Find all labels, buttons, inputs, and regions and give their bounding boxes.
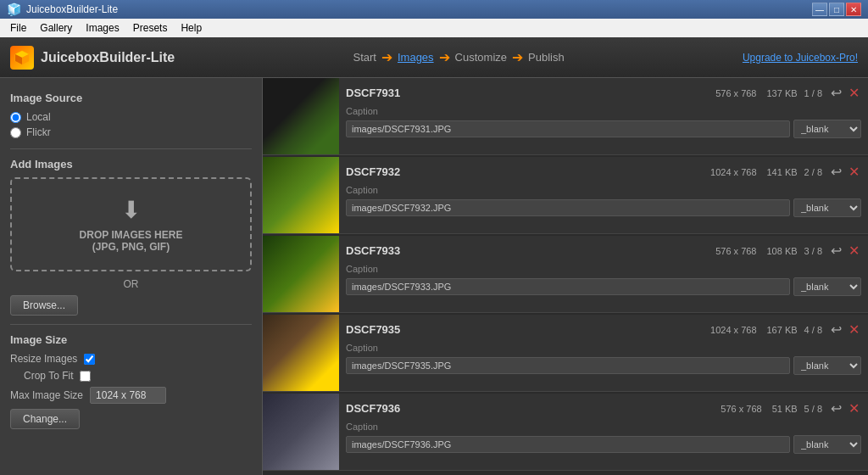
rotate-button[interactable]: ↩ [829, 241, 843, 260]
nav-arrow-1: ➔ [381, 49, 392, 65]
close-button[interactable]: ✕ [846, 3, 861, 16]
remove-button[interactable]: ✕ [847, 83, 861, 103]
resize-label: Resize Images [10, 353, 77, 365]
title-bar-text: JuiceboxBuilder-Lite [26, 3, 118, 15]
image-size: 108 KB [767, 246, 798, 256]
image-meta: 576 x 768 108 KB [715, 246, 797, 256]
nav-customize[interactable]: Customize [455, 51, 507, 64]
crop-checkbox[interactable] [80, 371, 91, 382]
window-controls: — □ ✕ [812, 3, 861, 16]
image-actions: ↩ ✕ [829, 399, 861, 418]
menu-help[interactable]: Help [174, 20, 209, 36]
image-top-row: DSCF7933 576 x 768 108 KB 3 / 8 ↩ ✕ [346, 241, 861, 260]
target-select[interactable]: _blank_self_parent_top [793, 277, 861, 296]
max-size-input[interactable] [90, 387, 166, 404]
target-select[interactable]: _blank_self_parent_top [793, 198, 861, 217]
target-select[interactable]: _blank_self_parent_top [793, 120, 861, 138]
caption-label: Caption [346, 106, 861, 116]
url-row: _blank_self_parent_top [346, 120, 861, 138]
browse-button[interactable]: Browse... [10, 295, 78, 316]
local-label: Local [26, 111, 51, 123]
minimize-button[interactable]: — [812, 3, 827, 16]
nav-arrow-2: ➔ [439, 49, 450, 65]
url-input[interactable] [346, 436, 790, 453]
image-row: DSCF7936 576 x 768 51 KB 5 / 8 ↩ ✕ Capti… [263, 394, 868, 471]
drop-icon: ⬇ [29, 196, 233, 224]
add-images-title: Add Images [10, 158, 252, 170]
image-details: DSCF7936 576 x 768 51 KB 5 / 8 ↩ ✕ Capti… [339, 394, 868, 470]
nav-start[interactable]: Start [353, 51, 376, 64]
url-input[interactable] [346, 278, 790, 295]
resize-row: Resize Images [10, 353, 252, 365]
drop-zone[interactable]: ⬇ DROP IMAGES HERE(JPG, PNG, GIF) [10, 177, 252, 271]
rotate-button[interactable]: ↩ [829, 320, 843, 339]
flickr-label: Flickr [26, 126, 51, 138]
image-thumb [263, 157, 339, 233]
rotate-button[interactable]: ↩ [829, 399, 843, 418]
separator-2 [10, 324, 252, 325]
logo-text: JuiceboxBuilder-Lite [41, 50, 175, 65]
image-counter: 2 / 8 [804, 167, 822, 177]
separator-1 [10, 148, 252, 149]
caption-label: Caption [346, 185, 861, 195]
target-select[interactable]: _blank_self_parent_top [793, 356, 861, 375]
image-details: DSCF7935 1024 x 768 167 KB 4 / 8 ↩ ✕ Cap… [339, 315, 868, 391]
caption-label: Caption [346, 422, 861, 432]
image-dimensions: 1024 x 768 [710, 167, 756, 177]
menu-presets[interactable]: Presets [126, 20, 175, 36]
image-top-row: DSCF7931 576 x 768 137 KB 1 / 8 ↩ ✕ [346, 83, 861, 103]
menu-images[interactable]: Images [79, 20, 125, 36]
image-size-title: Image Size [10, 333, 252, 346]
remove-button[interactable]: ✕ [847, 162, 861, 182]
url-row: _blank_self_parent_top [346, 356, 861, 375]
logo-area: JuiceboxBuilder-Lite [10, 46, 175, 70]
image-name: DSCF7933 [346, 244, 709, 257]
remove-button[interactable]: ✕ [847, 320, 861, 339]
image-size: 141 KB [767, 167, 798, 177]
url-input[interactable] [346, 199, 790, 216]
max-size-label: Max Image Size [10, 389, 83, 401]
image-size: 137 KB [767, 88, 798, 98]
image-name: DSCF7936 [346, 402, 714, 415]
local-radio[interactable] [10, 112, 21, 123]
image-actions: ↩ ✕ [829, 162, 861, 182]
image-actions: ↩ ✕ [829, 83, 861, 103]
main-layout: Image Source Local Flickr Add Images ⬇ D… [0, 78, 868, 475]
resize-checkbox[interactable] [84, 354, 95, 365]
flickr-radio[interactable] [10, 127, 21, 138]
nav-images[interactable]: Images [398, 51, 434, 64]
thumb-image [263, 78, 339, 154]
image-source-title: Image Source [10, 92, 252, 104]
maximize-button[interactable]: □ [829, 3, 844, 16]
image-counter: 4 / 8 [804, 325, 822, 335]
rotate-button[interactable]: ↩ [829, 162, 843, 182]
image-name: DSCF7932 [346, 165, 704, 178]
thumb-image [263, 394, 339, 470]
url-input[interactable] [346, 357, 790, 374]
menu-file[interactable]: File [3, 20, 33, 36]
flickr-radio-item[interactable]: Flickr [10, 126, 252, 138]
nav-arrow-3: ➔ [512, 49, 523, 65]
local-radio-item[interactable]: Local [10, 111, 252, 123]
drop-text: DROP IMAGES HERE(JPG, PNG, GIF) [29, 229, 233, 253]
target-select[interactable]: _blank_self_parent_top [793, 435, 861, 454]
image-row: DSCF7932 1024 x 768 141 KB 2 / 8 ↩ ✕ Cap… [263, 157, 868, 234]
rotate-button[interactable]: ↩ [829, 83, 843, 103]
remove-button[interactable]: ✕ [847, 399, 861, 418]
change-button[interactable]: Change... [10, 409, 80, 429]
menu-gallery[interactable]: Gallery [33, 20, 79, 36]
or-text: OR [10, 278, 252, 290]
image-dimensions: 576 x 768 [715, 246, 756, 256]
image-thumb [263, 236, 339, 312]
upgrade-link[interactable]: Upgrade to Juicebox-Pro! [743, 52, 858, 64]
crop-row: Crop To Fit [10, 370, 252, 382]
source-radio-group: Local Flickr [10, 111, 252, 138]
image-actions: ↩ ✕ [829, 241, 861, 260]
image-details: DSCF7931 576 x 768 137 KB 1 / 8 ↩ ✕ Capt… [339, 78, 868, 154]
nav-publish[interactable]: Publish [528, 51, 565, 64]
image-name: DSCF7931 [346, 87, 709, 99]
remove-button[interactable]: ✕ [847, 241, 861, 260]
image-top-row: DSCF7935 1024 x 768 167 KB 4 / 8 ↩ ✕ [346, 320, 861, 339]
image-row: DSCF7931 576 x 768 137 KB 1 / 8 ↩ ✕ Capt… [263, 78, 868, 155]
url-input[interactable] [346, 120, 790, 137]
